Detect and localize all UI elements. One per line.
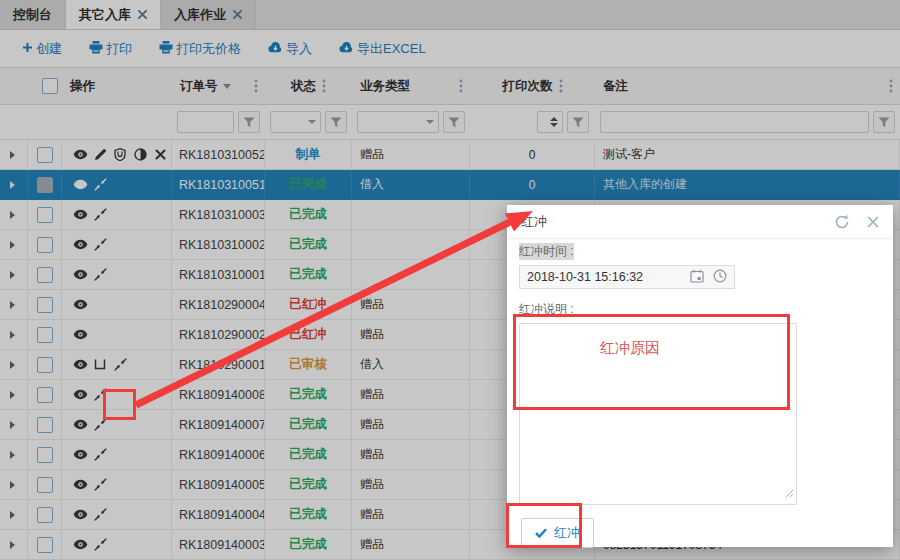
reversal-time-value: 2018-10-31 15:16:32 (527, 270, 643, 284)
reversal-desc-label: 红冲说明 : (519, 301, 574, 318)
calendar-icon[interactable] (690, 269, 704, 286)
submit-reversal-label: 红冲 (554, 524, 580, 542)
dialog-title: 红冲 (521, 213, 547, 231)
close-icon[interactable] (867, 216, 879, 228)
refresh-icon[interactable] (834, 214, 850, 230)
reversal-time-label: 红冲时间 : (519, 243, 574, 260)
resize-grip[interactable] (785, 487, 794, 501)
submit-reversal-button[interactable]: 红冲 (521, 518, 594, 548)
clock-icon[interactable] (713, 269, 727, 286)
red-reversal-dialog: 红冲 红冲时间 : 2018-10-31 15:16:32 红冲说明 : 红冲 (507, 205, 893, 547)
dialog-body: 红冲时间 : 2018-10-31 15:16:32 红冲说明 : 红冲 (507, 239, 893, 548)
reversal-desc-textarea[interactable] (519, 323, 797, 505)
reversal-time-input[interactable]: 2018-10-31 15:16:32 (519, 265, 735, 289)
check-icon (535, 526, 547, 541)
dialog-header: 红冲 (507, 205, 893, 239)
